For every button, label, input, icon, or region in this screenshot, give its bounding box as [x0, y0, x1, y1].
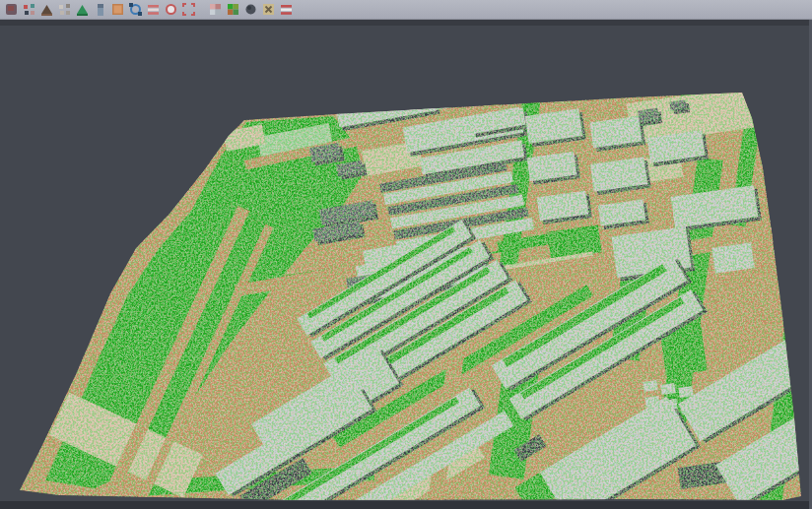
application-window [0, 0, 812, 509]
orthophoto-icon-glyph [111, 3, 124, 16]
sparse-cloud-icon-glyph [58, 3, 71, 16]
refresh-view-icon[interactable] [129, 3, 142, 16]
globe-icon[interactable] [244, 3, 257, 16]
refresh-view-icon-glyph [129, 3, 142, 16]
contour-lines-icon-glyph [147, 3, 160, 16]
measure-icon-glyph [280, 3, 293, 16]
point-cloud-scene [0, 20, 812, 509]
align-points-icon[interactable] [23, 3, 35, 16]
texture-mosaic-icon[interactable] [209, 3, 222, 16]
contour-lines-icon[interactable] [147, 3, 160, 16]
profile-view-icon-glyph [94, 3, 106, 16]
clear-selection-icon[interactable] [262, 3, 275, 16]
sparse-cloud-icon[interactable] [58, 3, 71, 16]
measure-icon[interactable] [280, 3, 293, 16]
circle-selection-icon[interactable] [165, 3, 177, 16]
classification-colors-icon[interactable] [227, 3, 239, 16]
open-project-icon-glyph [5, 3, 18, 16]
rectangle-selection-icon-glyph [182, 3, 195, 16]
open-project-icon[interactable] [5, 3, 18, 16]
vegetation-classify-icon[interactable] [76, 3, 89, 16]
vegetation-classify-icon-glyph [76, 3, 89, 16]
orthophoto-icon[interactable] [111, 3, 124, 16]
texture-mosaic-icon-glyph [209, 3, 222, 16]
rectangle-selection-icon[interactable] [182, 3, 195, 16]
terrain-model-icon-glyph [40, 3, 53, 16]
3d-viewport[interactable] [0, 20, 812, 509]
circle-selection-icon-glyph [165, 3, 177, 16]
align-points-icon-glyph [23, 3, 35, 16]
classification-colors-icon-glyph [227, 3, 239, 16]
globe-icon-glyph [244, 3, 257, 16]
terrain-model-icon[interactable] [40, 3, 53, 16]
profile-view-icon[interactable] [94, 3, 106, 16]
main-toolbar [0, 0, 812, 20]
clear-selection-icon-glyph [262, 3, 275, 16]
